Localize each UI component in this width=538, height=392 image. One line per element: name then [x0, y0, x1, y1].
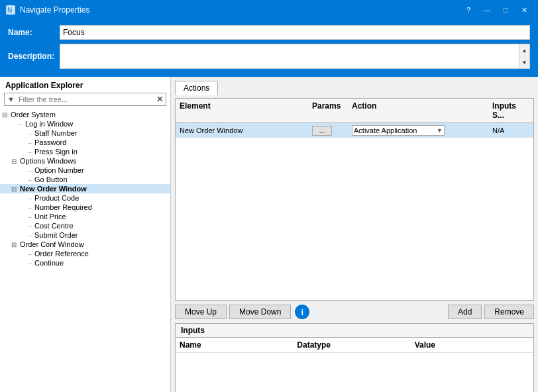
col-action: Action	[350, 101, 491, 121]
filter-input[interactable]	[17, 94, 154, 105]
tree-item-go-button[interactable]: –Go Button	[0, 175, 170, 184]
tree-dash: –	[28, 176, 33, 183]
maximize-button[interactable]: □	[497, 3, 514, 17]
tree-label: Order Conf Window	[19, 240, 84, 248]
tree-dash: –	[28, 250, 33, 258]
tree-item-unit-price[interactable]: –Unit Price	[0, 212, 170, 221]
help-button[interactable]: ?	[460, 3, 477, 17]
tree-dash: –	[28, 139, 33, 146]
inputs-col-datatype: Datatype	[296, 340, 413, 350]
tree-label: Cost Centre	[33, 222, 74, 230]
tree-label: Continue	[33, 259, 64, 267]
tree-item-continue[interactable]: –Continue	[0, 258, 170, 268]
col-params: Params	[311, 101, 350, 121]
scroll-down-btn[interactable]: ▼	[519, 56, 529, 68]
description-wrapper: ▲ ▼	[60, 44, 530, 69]
move-up-button[interactable]: Move Up	[175, 305, 227, 319]
left-panel: Application Explorer ▼ ✕ ⊟Order System–L…	[0, 77, 171, 392]
move-down-button[interactable]: Move Down	[229, 305, 291, 319]
inputs-table-header: Name Datatype Value	[176, 338, 533, 353]
description-input[interactable]	[60, 44, 530, 69]
info-icon[interactable]: i	[295, 305, 309, 319]
tree-label: Order System	[9, 111, 56, 119]
tab-actions[interactable]: Actions	[175, 81, 218, 95]
cell-action: Activate Application ▼	[350, 124, 491, 136]
tree-dash: –	[28, 130, 33, 137]
action-dropdown[interactable]: Activate Application ▼	[352, 125, 445, 136]
col-inputs: Inputs S...	[491, 101, 531, 121]
tab-bar: Actions	[175, 81, 534, 95]
add-button[interactable]: Add	[448, 305, 482, 319]
tree-dash: –	[28, 232, 33, 239]
tree-dash: –	[28, 167, 33, 174]
col-element: Element	[178, 101, 311, 121]
filter-icon: ▼	[5, 94, 17, 105]
tree-item-log-in-window[interactable]: –Log in Window	[0, 119, 170, 128]
scroll-up-btn[interactable]: ▲	[519, 44, 529, 56]
tree-label: Number Required	[33, 203, 92, 211]
tree-item-options-windows[interactable]: ⊟Options Windows	[0, 156, 170, 166]
chevron-down-icon: ▼	[437, 127, 443, 134]
tree-item-cost-centre[interactable]: –Cost Centre	[0, 221, 170, 230]
tree-toggle[interactable]: ⊟	[9, 185, 19, 193]
tree-label: Password	[33, 138, 66, 146]
actions-table-header: Element Params Action Inputs S...	[176, 99, 533, 123]
tree-item-order-system[interactable]: ⊟Order System	[0, 110, 170, 119]
inputs-col-name: Name	[178, 340, 296, 350]
tree-dash: –	[28, 213, 33, 220]
tree-item-new-order-window[interactable]: ⊟New Order Window	[0, 184, 170, 193]
tree-item-option-number[interactable]: –Option Number	[0, 166, 170, 175]
filter-bar: ▼ ✕	[4, 93, 166, 106]
inputs-col-value: Value	[413, 340, 531, 350]
right-panel: Actions Element Params Action Inputs S..…	[171, 77, 538, 392]
app-explorer-title: Application Explorer	[0, 77, 170, 93]
tree-toggle[interactable]: ⊟	[9, 158, 19, 165]
tree-dash: –	[28, 260, 33, 267]
tree-toggle[interactable]: ⊟	[9, 241, 19, 248]
inputs-section: Inputs Name Datatype Value	[175, 323, 534, 392]
cell-params: ...	[311, 125, 350, 136]
close-button[interactable]: ✕	[515, 3, 533, 17]
name-label: Name:	[8, 28, 60, 37]
tree-label: Log in Window	[24, 120, 73, 128]
tree-label: Submit Order	[33, 231, 78, 239]
tree-item-product-code[interactable]: –Product Code	[0, 193, 170, 203]
tree-dash: –	[28, 148, 33, 156]
window-controls: ? — □ ✕	[460, 3, 533, 17]
name-input[interactable]	[60, 25, 530, 40]
tree-label: Staff Number	[33, 129, 78, 137]
tree-label: Press Sign in	[33, 148, 78, 156]
actions-table-body: New Order Window ... Activate Applicatio…	[176, 123, 533, 300]
cell-element: New Order Window	[178, 126, 311, 135]
tree-item-order-reference[interactable]: –Order Reference	[0, 249, 170, 258]
tree-label: Option Number	[33, 166, 84, 174]
description-label: Description:	[8, 52, 60, 61]
remove-button[interactable]: Remove	[484, 305, 534, 319]
tree-item-press-sign-in[interactable]: –Press Sign in	[0, 147, 170, 156]
tree-toggle[interactable]: ⊟	[0, 111, 9, 119]
tree-label: Go Button	[33, 175, 68, 183]
tree-item-submit-order[interactable]: –Submit Order	[0, 230, 170, 240]
params-button[interactable]: ...	[312, 126, 332, 136]
cell-inputs: N/A	[491, 126, 531, 135]
tree-label: Order Reference	[33, 250, 89, 258]
tree-item-order-conf-window[interactable]: ⊟Order Conf Window	[0, 240, 170, 249]
application-tree: ⊟Order System–Log in Window–Staff Number…	[0, 109, 170, 392]
textarea-scrollbar: ▲ ▼	[519, 44, 529, 68]
tree-item-staff-number[interactable]: –Staff Number	[0, 128, 170, 138]
tree-dash: –	[28, 195, 33, 202]
tree-label: New Order Window	[19, 185, 87, 193]
tree-item-password[interactable]: –Password	[0, 138, 170, 147]
svg-text:N: N	[7, 7, 12, 14]
tree-dash: –	[28, 222, 33, 230]
window-title: Navigate Properties	[20, 5, 460, 15]
filter-clear-button[interactable]: ✕	[154, 93, 166, 105]
tree-dash: –	[28, 204, 33, 211]
minimize-button[interactable]: —	[478, 3, 496, 17]
title-bar: N Navigate Properties ? — □ ✕	[0, 0, 538, 20]
header-area: Name: Description: ▲ ▼	[0, 20, 538, 77]
inputs-section-title: Inputs	[176, 324, 533, 338]
action-dropdown-text: Activate Application	[354, 126, 437, 134]
table-row[interactable]: New Order Window ... Activate Applicatio…	[176, 123, 533, 138]
tree-item-number-required[interactable]: –Number Required	[0, 203, 170, 212]
